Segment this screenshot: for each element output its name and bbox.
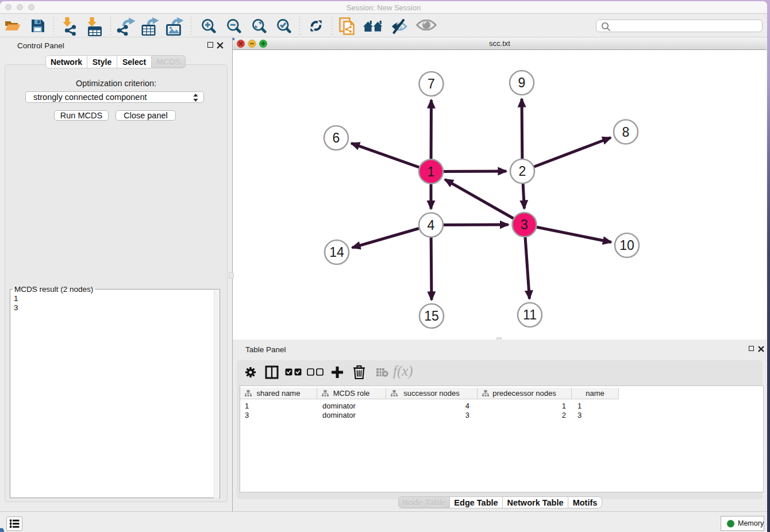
svg-text:2: 2	[519, 164, 526, 179]
svg-text:15: 15	[424, 309, 439, 323]
svg-text:7: 7	[428, 76, 435, 91]
svg-text:9: 9	[518, 75, 526, 90]
svg-text:6: 6	[333, 130, 340, 145]
svg-text:3: 3	[521, 217, 528, 232]
svg-text:10: 10	[619, 238, 634, 253]
svg-text:4: 4	[428, 218, 435, 233]
svg-text:14: 14	[329, 245, 344, 260]
svg-text:1: 1	[428, 164, 435, 179]
svg-text:8: 8	[622, 125, 630, 140]
svg-text:11: 11	[523, 307, 537, 322]
